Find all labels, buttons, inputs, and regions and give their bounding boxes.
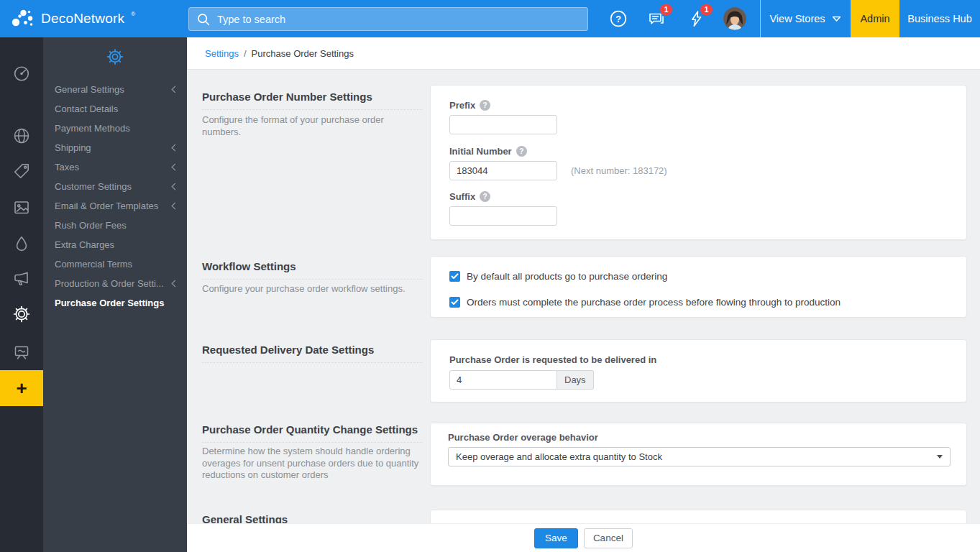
- default-purchase-ordering-checkbox-row[interactable]: By default all products go to purchase o…: [449, 271, 667, 282]
- view-stores-menu[interactable]: View Stores: [761, 0, 849, 37]
- help-icon[interactable]: ?: [480, 100, 490, 111]
- overage-behavior-field: Purchase Order overage behavior: [448, 432, 598, 443]
- po-number-card: Prefix ? Initial Number ? (Next number: …: [430, 85, 967, 240]
- initial-number-input[interactable]: [449, 161, 557, 180]
- deconetwork-logo[interactable]: DecoNetwork®: [9, 0, 134, 37]
- tag-icon[interactable]: [12, 162, 31, 180]
- sidebar-item-extra-charges[interactable]: Extra Charges: [43, 235, 187, 254]
- sidebar-item-taxes[interactable]: Taxes: [43, 157, 187, 177]
- presentation-icon[interactable]: [12, 344, 31, 362]
- lightning-icon[interactable]: 1: [687, 9, 706, 28]
- sidebar-item-rush-order-fees[interactable]: Rush Order Fees: [43, 216, 187, 235]
- admin-label: Admin: [860, 13, 889, 24]
- selected-option: Keep overage and allocate extra quantity…: [456, 451, 662, 462]
- delivery-days-input[interactable]: [449, 370, 557, 390]
- settings-gear-icon[interactable]: [106, 47, 124, 66]
- search-input[interactable]: [217, 14, 580, 25]
- search-icon: [196, 12, 211, 27]
- chevron-down-icon: [832, 16, 841, 22]
- breadcrumb-settings-link[interactable]: Settings: [205, 48, 239, 59]
- alerts-badge: 1: [700, 4, 713, 15]
- settings-menu: General Settings Contact Details Payment…: [43, 80, 187, 313]
- icon-rail: +: [0, 37, 43, 552]
- breadcrumb-separator: /: [244, 48, 247, 59]
- chevron-left-icon: [172, 164, 179, 171]
- app-header: DecoNetwork® ? 1 1: [0, 0, 980, 37]
- delivery-section-title: Requested Delivery Date Settings: [202, 344, 422, 363]
- droplet-icon[interactable]: [12, 234, 31, 253]
- brand-name: DecoNetwork: [41, 11, 124, 27]
- delivery-days-field: Purchase Order is requested to be delive…: [449, 354, 656, 390]
- po-number-section-title: Purchase Order Number Settings: [202, 91, 422, 110]
- breadcrumb-current: Purchase Order Settings: [252, 48, 354, 59]
- globe-icon[interactable]: [12, 126, 31, 145]
- sidebar-item-shipping[interactable]: Shipping: [43, 138, 187, 157]
- sidebar-item-customer-settings[interactable]: Customer Settings: [43, 177, 187, 196]
- menu-label: Extra Charges: [55, 239, 114, 250]
- menu-label: Rush Order Fees: [55, 220, 127, 231]
- sidebar-item-commercial-terms[interactable]: Commercial Terms: [43, 254, 187, 274]
- next-number-note: (Next number: 183172): [571, 165, 667, 176]
- menu-label: General Settings: [55, 84, 124, 95]
- chevron-left-icon: [172, 144, 179, 152]
- checkbox-checked-icon[interactable]: [449, 271, 460, 282]
- registered-mark: ®: [131, 11, 135, 17]
- suffix-input[interactable]: [449, 206, 557, 226]
- sidebar-item-general-settings[interactable]: General Settings: [43, 80, 187, 99]
- caret-down-icon: [937, 455, 943, 459]
- megaphone-icon[interactable]: [12, 270, 31, 288]
- plus-icon: +: [16, 377, 27, 400]
- menu-label: Taxes: [55, 162, 79, 172]
- help-icon[interactable]: ?: [480, 191, 490, 202]
- user-avatar[interactable]: [723, 7, 746, 30]
- sidebar-item-purchase-order-settings[interactable]: Purchase Order Settings: [43, 293, 187, 313]
- chevron-left-icon: [172, 280, 179, 288]
- messages-icon[interactable]: 1: [647, 9, 666, 28]
- delivery-days-label: Purchase Order is requested to be delive…: [449, 354, 656, 365]
- workflow-section-desc: Configure your purchase order workflow s…: [202, 283, 419, 295]
- menu-label: Shipping: [55, 142, 91, 153]
- sidebar-item-production-order-settings[interactable]: Production & Order Setti...: [43, 274, 187, 293]
- workflow-card: By default all products go to purchase o…: [430, 256, 967, 318]
- prefix-input[interactable]: [449, 115, 557, 134]
- prefix-label: Prefix: [449, 100, 475, 111]
- sidebar-item-contact-details[interactable]: Contact Details: [43, 99, 187, 119]
- help-icon[interactable]: ?: [609, 9, 628, 28]
- action-footer: Save Cancel: [187, 523, 980, 552]
- prefix-field: Prefix ?: [449, 100, 557, 134]
- speedometer-icon[interactable]: [12, 64, 31, 83]
- cancel-button[interactable]: Cancel: [584, 528, 633, 548]
- quantity-section-desc: Determine how the system should handle o…: [202, 446, 419, 482]
- delivery-card: Purchase Order is requested to be delive…: [430, 339, 967, 402]
- quantity-card: Purchase Order overage behavior Keep ove…: [430, 423, 967, 486]
- view-stores-label: View Stores: [769, 13, 825, 24]
- checkbox-checked-icon[interactable]: [449, 297, 460, 308]
- menu-label: Customer Settings: [55, 181, 132, 192]
- checkbox-label: By default all products go to purchase o…: [467, 271, 667, 282]
- initial-number-field: Initial Number ? (Next number: 183172): [449, 146, 667, 180]
- checkbox-label: Orders must complete the purchase order …: [467, 297, 841, 308]
- overage-behavior-label: Purchase Order overage behavior: [448, 432, 598, 443]
- settings-sidebar: General Settings Contact Details Payment…: [43, 37, 187, 552]
- sidebar-item-payment-methods[interactable]: Payment Methods: [43, 119, 187, 138]
- tab-business-hub[interactable]: Business Hub: [899, 0, 980, 37]
- menu-label: Production & Order Setti...: [55, 278, 164, 289]
- workflow-section-title: Workflow Settings: [202, 260, 422, 280]
- tab-admin[interactable]: Admin: [851, 0, 899, 37]
- help-icon[interactable]: ?: [516, 146, 527, 157]
- image-icon[interactable]: [12, 198, 31, 217]
- global-search: [188, 7, 588, 31]
- sidebar-item-email-order-templates[interactable]: Email & Order Templates: [43, 196, 187, 216]
- menu-label: Contact Details: [55, 104, 118, 114]
- chevron-left-icon: [172, 183, 179, 190]
- add-button[interactable]: +: [0, 370, 43, 406]
- complete-po-before-production-checkbox-row[interactable]: Orders must complete the purchase order …: [449, 297, 841, 308]
- chevron-left-icon: [172, 203, 179, 210]
- messages-badge: 1: [660, 4, 672, 15]
- overage-behavior-select[interactable]: Keep overage and allocate extra quantity…: [448, 447, 951, 466]
- chevron-left-icon: [172, 86, 179, 93]
- gear-icon[interactable]: [12, 305, 31, 323]
- initial-number-label: Initial Number: [449, 146, 512, 157]
- po-number-section-desc: Configure the format of your purchase or…: [202, 114, 419, 138]
- save-button[interactable]: Save: [534, 528, 578, 548]
